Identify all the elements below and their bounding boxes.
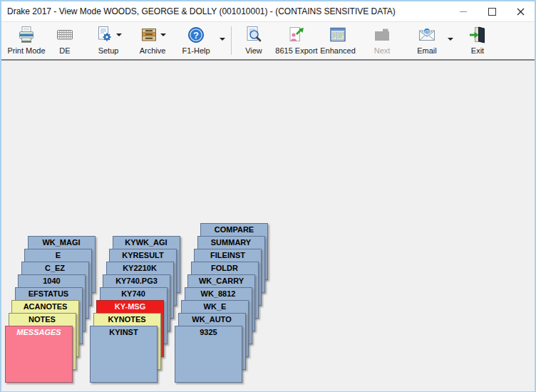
f1-help-dropdown-caret[interactable] [220,38,225,41]
minimize-icon [460,11,467,12]
f1-help-label: F1-Help [182,46,210,56]
exit-door-icon [468,26,487,44]
svg-text:?: ? [193,30,199,41]
maximize-icon [488,8,496,16]
titlebar: Drake 2017 - View Mode WOODS, GEORGE & D… [1,1,535,22]
maximize-button[interactable] [478,1,506,21]
form-tab-kyinst[interactable]: KYINST [90,326,158,383]
printer-icon [17,26,36,44]
form-tab-9325[interactable]: 9325 [175,326,242,383]
exit-label: Exit [471,46,484,56]
form-tab-messages[interactable]: MESSAGES [5,326,73,383]
export-8615-button[interactable]: 8615 Export [272,24,321,56]
toolbar-separator [231,26,232,55]
print-mode-label: Print Mode [7,46,45,56]
form-stack-worksheets: COMPARE SUMMARY FILEINST FOLDR WK_CARRY … [175,223,272,383]
email-label: Email [417,46,437,56]
help-icon: ? [187,26,205,44]
view-label: View [245,46,262,56]
email-envelope-icon: @ [418,26,436,44]
view-magnifier-icon [244,26,263,44]
drake-view-mode-window: Drake 2017 - View Mode WOODS, GEORGE & D… [0,0,536,392]
setup-dropdown-caret[interactable] [116,33,122,36]
next-label: Next [374,46,391,56]
de-button[interactable]: DE [51,24,78,56]
svg-text:@: @ [424,29,430,35]
form-stack-kentucky: KYWK_AGI KYRESULT KY2210K KY740.PG3 KY74… [90,236,184,383]
close-icon [517,8,525,16]
view-button[interactable]: View [238,24,269,56]
export-person-icon [287,26,306,44]
close-button[interactable] [506,1,535,21]
document-canvas: WK_MAGI E C_EZ 1040 EFSTATUS ACANOTES NO… [1,61,535,391]
window-controls [449,1,535,21]
archive-drawer-icon [140,26,158,44]
enhanced-button[interactable]: Enhanced [316,24,359,56]
archive-button[interactable]: Archive [131,24,174,56]
window-title: Drake 2017 - View Mode WOODS, GEORGE & D… [1,6,396,16]
export-8615-label: 8615 Export [275,46,317,56]
form-stack-federal: WK_MAGI E C_EZ 1040 EFSTATUS ACANOTES NO… [5,236,99,383]
exit-button[interactable]: Exit [460,24,495,56]
setup-gear-icon [96,26,114,44]
print-mode-button[interactable]: Print Mode [4,24,48,56]
folder-icon [373,26,391,44]
email-dropdown-caret[interactable] [448,38,453,41]
toolbar: Print Mode DE Setup [1,22,535,61]
archive-label: Archive [140,46,166,56]
email-button[interactable]: @ Email [409,24,445,56]
minimize-button[interactable] [449,1,478,21]
next-button[interactable]: Next [364,24,401,56]
de-label: DE [59,46,70,56]
setup-label: Setup [98,46,119,56]
f1-help-button[interactable]: ? F1-Help [177,24,215,56]
archive-dropdown-caret[interactable] [160,33,166,36]
keyboard-icon [56,26,74,44]
enhanced-window-icon [329,26,347,44]
setup-button[interactable]: Setup [88,24,128,56]
enhanced-label: Enhanced [320,46,356,56]
